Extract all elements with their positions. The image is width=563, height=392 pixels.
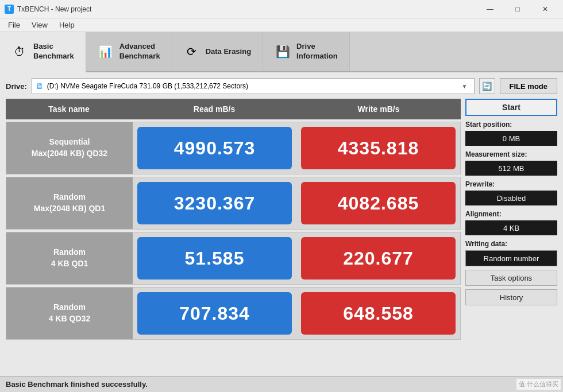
chart-icon: 📊 — [98, 44, 114, 60]
write-value-random-4k-qd32: 648.558 — [301, 292, 456, 335]
row-label-random-max: RandomMax(2048 KB) QD1 — [6, 177, 133, 229]
drive-label: Drive: — [6, 82, 27, 91]
drive-select-value: (D:) NVMe Seagate FireCuda 731.09 GB (1,… — [47, 82, 248, 90]
tab-advanced-label: AdvancedBenchmark — [119, 42, 160, 61]
start-position-value: 0 MB — [465, 131, 557, 146]
menu-help[interactable]: Help — [53, 20, 80, 30]
col-read: Read mB/s — [132, 102, 296, 116]
table-row: RandomMax(2048 KB) QD1 3230.367 4082.685 — [6, 177, 461, 230]
status-text: Basic Benchmark finished successfully. — [6, 380, 148, 389]
alignment-label: Alignment: — [465, 210, 557, 218]
row-label-random-4k-qd1: Random4 KB QD1 — [6, 232, 133, 284]
col-task-name: Task name — [6, 102, 132, 116]
menu-bar: File View Help — [0, 18, 563, 32]
file-mode-button[interactable]: FILE mode — [500, 78, 557, 94]
tab-drive-information[interactable]: 💾 DriveInformation — [263, 32, 350, 71]
content-area: Drive: 🖥 (D:) NVMe Seagate FireCuda 731.… — [0, 72, 563, 376]
prewrite-label: Prewrite: — [465, 180, 557, 188]
task-options-button[interactable]: Task options — [465, 270, 557, 286]
menu-view[interactable]: View — [26, 20, 53, 30]
window-controls: — □ ✕ — [477, 0, 558, 18]
main-container: ⏱ BasicBenchmark 📊 AdvancedBenchmark ⟳ D… — [0, 32, 563, 392]
tab-data-erasing[interactable]: ⟳ Data Erasing — [172, 32, 263, 71]
benchmark-rows: SequentialMax(2048 KB) QD32 4990.573 433… — [6, 122, 461, 340]
row-label-sequential: SequentialMax(2048 KB) QD32 — [6, 122, 133, 174]
drive-selector[interactable]: 🖥 (D:) NVMe Seagate FireCuda 731.09 GB (… — [32, 78, 475, 94]
read-value-sequential: 4990.573 — [137, 127, 292, 169]
table-header: Task name Read mB/s Write mB/s — [6, 99, 461, 119]
writing-data-label: Writing data: — [465, 240, 557, 248]
start-position-label: Start position: — [465, 121, 557, 129]
clock-icon: ⏱ — [11, 44, 28, 60]
drive-select-text: 🖥 (D:) NVMe Seagate FireCuda 731.09 GB (… — [36, 81, 459, 91]
tab-basic-label: BasicBenchmark — [33, 42, 74, 61]
drive-icon: 💾 — [275, 44, 291, 60]
drive-row: Drive: 🖥 (D:) NVMe Seagate FireCuda 731.… — [6, 78, 557, 94]
measurement-size-label: Measurement size: — [465, 150, 557, 158]
alignment-value: 4 KB — [465, 220, 557, 235]
status-bar: Basic Benchmark finished successfully. — [0, 376, 563, 392]
table-row: Random4 KB QD32 707.834 648.558 — [6, 287, 461, 340]
write-value-random-4k-qd1: 220.677 — [301, 237, 456, 280]
write-value-random-max: 4082.685 — [301, 182, 456, 224]
writing-data-button[interactable]: Random number — [465, 250, 557, 266]
right-panel: Start Start position: 0 MB Measurement s… — [465, 99, 557, 370]
tab-erase-label: Data Erasing — [206, 47, 251, 57]
tab-basic-benchmark[interactable]: ⏱ BasicBenchmark — [0, 32, 86, 72]
row-label-random-4k-qd32: Random4 KB QD32 — [6, 288, 133, 339]
watermark: 值·什么值得买 — [516, 379, 561, 390]
menu-file[interactable]: File — [2, 20, 26, 30]
row-label-text: Random4 KB QD32 — [49, 302, 90, 324]
col-write: Write mB/s — [296, 102, 461, 116]
dropdown-arrow-icon: ▼ — [459, 83, 471, 90]
row-label-text: RandomMax(2048 KB) QD1 — [34, 192, 106, 214]
table-row: Random4 KB QD1 51.585 220.677 — [6, 232, 461, 285]
erase-icon: ⟳ — [184, 44, 200, 60]
prewrite-value: Disabled — [465, 191, 557, 205]
minimize-button[interactable]: — — [477, 0, 503, 18]
read-value-random-4k-qd32: 707.834 — [137, 292, 292, 335]
read-value-random-max: 3230.367 — [137, 182, 292, 224]
table-row: SequentialMax(2048 KB) QD32 4990.573 433… — [6, 122, 461, 174]
title-bar: T TxBENCH - New project — □ ✕ — [0, 0, 563, 18]
refresh-drive-button[interactable]: 🔄 — [479, 78, 495, 94]
app-icon: T — [5, 5, 14, 14]
write-value-sequential: 4335.818 — [301, 127, 456, 169]
history-button[interactable]: History — [465, 289, 557, 305]
row-label-text: SequentialMax(2048 KB) QD32 — [32, 137, 107, 159]
tab-drive-label: DriveInformation — [296, 42, 338, 61]
panels-row: Task name Read mB/s Write mB/s Sequentia… — [6, 99, 557, 370]
tab-bar: ⏱ BasicBenchmark 📊 AdvancedBenchmark ⟳ D… — [0, 32, 563, 72]
tab-advanced-benchmark[interactable]: 📊 AdvancedBenchmark — [86, 32, 172, 71]
maximize-button[interactable]: □ — [504, 0, 531, 18]
measurement-size-value: 512 MB — [465, 161, 557, 176]
row-label-text: Random4 KB QD1 — [51, 247, 88, 269]
close-button[interactable]: ✕ — [532, 0, 558, 18]
window-title: TxBENCH - New project — [17, 5, 477, 13]
start-button[interactable]: Start — [465, 99, 557, 116]
read-value-random-4k-qd1: 51.585 — [137, 237, 292, 280]
benchmark-panel: Task name Read mB/s Write mB/s Sequentia… — [6, 99, 461, 370]
drive-select-icon: 🖥 — [36, 81, 44, 91]
